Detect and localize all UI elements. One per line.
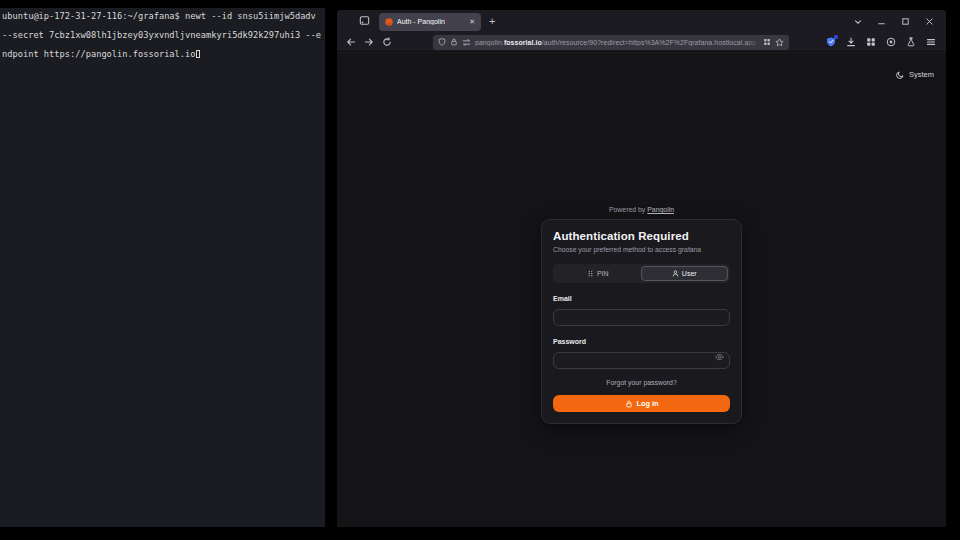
terminal-window[interactable]: ubuntu@ip-172-31-27-116:~/grafana$ newt … (0, 8, 325, 527)
close-window-button[interactable] (925, 17, 934, 26)
terminal-line: ndpoint https://pangolin.fossorial.io (2, 49, 196, 59)
tab-user-label: User (682, 270, 697, 277)
tab-auth-pangolin[interactable]: Auth - Pangolin ✕ (379, 13, 481, 31)
card-subtitle: Choose your preferred method to access g… (553, 246, 730, 253)
keypad-icon (587, 270, 594, 277)
pangolin-favicon (385, 18, 393, 26)
url-text: pangolin.fossorial.io/auth/resource/90?r… (475, 39, 759, 46)
firefox-view-icon[interactable] (359, 15, 373, 29)
bookmark-star-icon[interactable] (775, 38, 784, 47)
menu-hamburger-icon[interactable] (926, 37, 936, 47)
tab-user[interactable]: User (641, 266, 729, 281)
lock-icon (625, 400, 633, 408)
terminal-line: ubuntu@ip-172-31-27-116:~/grafana$ newt … (2, 11, 316, 21)
auth-method-tabs: PIN User (553, 264, 730, 283)
email-field[interactable] (553, 309, 730, 326)
navigation-bar: pangolin.fossorial.io/auth/resource/90?r… (337, 33, 946, 52)
forgot-password-link[interactable]: Forgot your password? (553, 379, 730, 386)
extension-badge (834, 35, 838, 39)
terminal-line: --secret 7cbz1xw08lh1jbzey03yxvndljvneam… (2, 30, 321, 40)
tab-close-icon[interactable]: ✕ (469, 18, 475, 25)
tab-bar: Auth - Pangolin ✕ + (337, 10, 946, 33)
account-circle-icon[interactable] (886, 37, 896, 47)
tracking-shield-icon[interactable] (438, 38, 446, 46)
page-content: System Powered by Pangolin Authenticatio… (337, 53, 946, 527)
toolbar-icons (826, 37, 936, 47)
auth-center-column: Powered by Pangolin Authentication Requi… (337, 53, 946, 424)
login-button[interactable]: Log in (553, 395, 730, 412)
url-bar[interactable]: pangolin.fossorial.io/auth/resource/90?r… (433, 35, 789, 50)
user-icon (672, 270, 679, 277)
lock-icon[interactable] (450, 38, 458, 46)
password-label: Password (553, 338, 730, 345)
browser-window: Auth - Pangolin ✕ + (337, 10, 946, 527)
tab-title: Auth - Pangolin (397, 18, 465, 25)
minimize-button[interactable] (877, 17, 886, 26)
extensions-icon[interactable] (866, 37, 876, 47)
forward-button[interactable] (361, 34, 377, 50)
back-button[interactable] (343, 34, 359, 50)
card-title: Authentication Required (553, 230, 730, 242)
tab-pin-label: PIN (597, 270, 609, 277)
downloads-icon[interactable] (846, 37, 856, 47)
password-field[interactable] (553, 352, 730, 369)
terminal-cursor (196, 50, 201, 58)
switch-arrows-icon[interactable] (462, 38, 471, 47)
reload-button[interactable] (379, 34, 395, 50)
auth-card: Authentication Required Choose your pref… (541, 219, 742, 424)
containers-grid-icon[interactable] (763, 38, 771, 46)
tab-pin[interactable]: PIN (555, 266, 641, 281)
new-tab-button[interactable]: + (489, 16, 495, 27)
login-button-label: Log in (637, 399, 659, 408)
pangolin-link[interactable]: Pangolin (647, 206, 674, 213)
list-all-tabs-icon[interactable] (853, 17, 863, 27)
maximize-button[interactable] (901, 17, 910, 26)
show-password-eye-icon[interactable] (715, 353, 724, 361)
privacy-extension-icon[interactable] (826, 37, 836, 47)
powered-by: Powered by Pangolin (609, 206, 674, 213)
email-label: Email (553, 295, 730, 302)
url-fade (745, 35, 761, 50)
flask-icon[interactable] (906, 37, 916, 47)
